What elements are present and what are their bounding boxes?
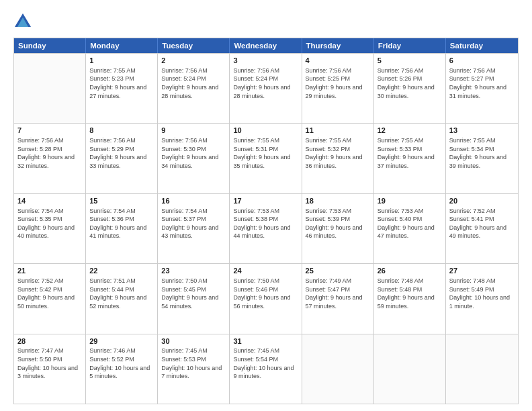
- calendar-cell: 27Sunrise: 7:48 AMSunset: 5:49 PMDayligh…: [446, 264, 518, 333]
- logo-icon: [13, 12, 32, 31]
- day-number: 13: [449, 126, 515, 136]
- cell-detail: Sunrise: 7:48 AMSunset: 5:49 PMDaylight:…: [449, 277, 515, 310]
- cell-detail: Sunrise: 7:53 AMSunset: 5:39 PMDaylight:…: [306, 207, 370, 240]
- header-day-saturday: Saturday: [446, 38, 518, 53]
- header: [13, 12, 519, 31]
- calendar-cell: 1Sunrise: 7:55 AMSunset: 5:23 PMDaylight…: [86, 54, 158, 123]
- calendar-cell: 24Sunrise: 7:50 AMSunset: 5:46 PMDayligh…: [230, 264, 302, 333]
- cell-detail: Sunrise: 7:56 AMSunset: 5:27 PMDaylight:…: [449, 66, 515, 100]
- calendar-cell: 15Sunrise: 7:54 AMSunset: 5:36 PMDayligh…: [86, 194, 158, 263]
- day-number: 30: [161, 336, 226, 347]
- day-number: 8: [89, 126, 154, 136]
- cell-detail: Sunrise: 7:52 AMSunset: 5:41 PMDaylight:…: [449, 207, 515, 240]
- day-number: 4: [306, 56, 370, 66]
- calendar-cell: 29Sunrise: 7:46 AMSunset: 5:52 PMDayligh…: [86, 334, 158, 404]
- calendar: SundayMondayTuesdayWednesdayThursdayFrid…: [13, 38, 519, 404]
- day-number: 27: [449, 266, 515, 276]
- day-number: 6: [449, 56, 515, 66]
- day-number: 11: [306, 126, 370, 136]
- day-number: 23: [161, 266, 226, 276]
- calendar-header-row: SundayMondayTuesdayWednesdayThursdayFrid…: [14, 38, 518, 53]
- calendar-cell: 31Sunrise: 7:45 AMSunset: 5:54 PMDayligh…: [230, 334, 302, 404]
- day-number: 26: [378, 266, 442, 276]
- cell-detail: Sunrise: 7:55 AMSunset: 5:32 PMDaylight:…: [306, 136, 370, 170]
- cell-detail: Sunrise: 7:48 AMSunset: 5:48 PMDaylight:…: [378, 277, 442, 310]
- calendar-cell: 7Sunrise: 7:56 AMSunset: 5:28 PMDaylight…: [14, 124, 86, 193]
- day-number: 29: [89, 336, 154, 347]
- cell-detail: Sunrise: 7:56 AMSunset: 5:24 PMDaylight:…: [161, 66, 226, 100]
- header-day-friday: Friday: [374, 38, 446, 53]
- calendar-cell: 19Sunrise: 7:53 AMSunset: 5:40 PMDayligh…: [374, 194, 446, 263]
- header-day-tuesday: Tuesday: [158, 38, 230, 53]
- cell-detail: Sunrise: 7:56 AMSunset: 5:30 PMDaylight:…: [161, 136, 226, 170]
- cell-detail: Sunrise: 7:55 AMSunset: 5:33 PMDaylight:…: [378, 136, 442, 170]
- calendar-cell: 11Sunrise: 7:55 AMSunset: 5:32 PMDayligh…: [302, 124, 374, 193]
- logo: [13, 12, 35, 31]
- header-day-monday: Monday: [86, 38, 158, 53]
- cell-detail: Sunrise: 7:56 AMSunset: 5:25 PMDaylight:…: [306, 66, 370, 100]
- calendar-week-1: 1Sunrise: 7:55 AMSunset: 5:23 PMDaylight…: [14, 53, 518, 123]
- calendar-cell: 18Sunrise: 7:53 AMSunset: 5:39 PMDayligh…: [302, 194, 374, 263]
- calendar-cell: 21Sunrise: 7:52 AMSunset: 5:42 PMDayligh…: [14, 264, 86, 333]
- calendar-cell: 9Sunrise: 7:56 AMSunset: 5:30 PMDaylight…: [158, 124, 230, 193]
- calendar-body: 1Sunrise: 7:55 AMSunset: 5:23 PMDaylight…: [14, 53, 518, 404]
- cell-detail: Sunrise: 7:53 AMSunset: 5:40 PMDaylight:…: [378, 207, 442, 240]
- day-number: 3: [233, 56, 298, 66]
- cell-detail: Sunrise: 7:54 AMSunset: 5:36 PMDaylight:…: [89, 207, 154, 240]
- cell-detail: Sunrise: 7:46 AMSunset: 5:52 PMDaylight:…: [89, 347, 154, 380]
- cell-detail: Sunrise: 7:49 AMSunset: 5:47 PMDaylight:…: [306, 277, 370, 310]
- calendar-week-4: 21Sunrise: 7:52 AMSunset: 5:42 PMDayligh…: [14, 263, 518, 333]
- day-number: 2: [161, 56, 226, 66]
- calendar-cell: 8Sunrise: 7:56 AMSunset: 5:29 PMDaylight…: [86, 124, 158, 193]
- calendar-week-3: 14Sunrise: 7:54 AMSunset: 5:35 PMDayligh…: [14, 193, 518, 263]
- cell-detail: Sunrise: 7:53 AMSunset: 5:38 PMDaylight:…: [233, 207, 298, 240]
- calendar-cell: 17Sunrise: 7:53 AMSunset: 5:38 PMDayligh…: [230, 194, 302, 263]
- calendar-week-5: 28Sunrise: 7:47 AMSunset: 5:50 PMDayligh…: [14, 334, 518, 404]
- day-number: 22: [89, 266, 154, 276]
- calendar-cell: 2Sunrise: 7:56 AMSunset: 5:24 PMDaylight…: [158, 54, 230, 123]
- calendar-cell: 14Sunrise: 7:54 AMSunset: 5:35 PMDayligh…: [14, 194, 86, 263]
- calendar-cell: 28Sunrise: 7:47 AMSunset: 5:50 PMDayligh…: [14, 334, 86, 404]
- calendar-cell: 3Sunrise: 7:56 AMSunset: 5:24 PMDaylight…: [230, 54, 302, 123]
- calendar-cell: 30Sunrise: 7:45 AMSunset: 5:53 PMDayligh…: [158, 334, 230, 404]
- day-number: 21: [17, 266, 82, 276]
- calendar-cell: [446, 334, 518, 404]
- calendar-cell: 25Sunrise: 7:49 AMSunset: 5:47 PMDayligh…: [302, 264, 374, 333]
- day-number: 16: [161, 196, 226, 206]
- cell-detail: Sunrise: 7:55 AMSunset: 5:23 PMDaylight:…: [89, 66, 154, 100]
- cell-detail: Sunrise: 7:52 AMSunset: 5:42 PMDaylight:…: [17, 277, 82, 310]
- day-number: 15: [89, 196, 154, 206]
- cell-detail: Sunrise: 7:56 AMSunset: 5:24 PMDaylight:…: [233, 66, 298, 100]
- day-number: 1: [89, 56, 154, 66]
- cell-detail: Sunrise: 7:55 AMSunset: 5:31 PMDaylight:…: [233, 136, 298, 170]
- calendar-cell: 10Sunrise: 7:55 AMSunset: 5:31 PMDayligh…: [230, 124, 302, 193]
- calendar-week-2: 7Sunrise: 7:56 AMSunset: 5:28 PMDaylight…: [14, 123, 518, 193]
- calendar-cell: [14, 54, 86, 123]
- day-number: 18: [306, 196, 370, 206]
- day-number: 28: [17, 336, 82, 347]
- day-number: 14: [17, 196, 82, 206]
- cell-detail: Sunrise: 7:45 AMSunset: 5:54 PMDaylight:…: [233, 347, 298, 380]
- page: SundayMondayTuesdayWednesdayThursdayFrid…: [0, 0, 532, 411]
- calendar-cell: 20Sunrise: 7:52 AMSunset: 5:41 PMDayligh…: [446, 194, 518, 263]
- day-number: 9: [161, 126, 226, 136]
- calendar-cell: 16Sunrise: 7:54 AMSunset: 5:37 PMDayligh…: [158, 194, 230, 263]
- calendar-cell: 13Sunrise: 7:55 AMSunset: 5:34 PMDayligh…: [446, 124, 518, 193]
- cell-detail: Sunrise: 7:50 AMSunset: 5:46 PMDaylight:…: [233, 277, 298, 310]
- cell-detail: Sunrise: 7:55 AMSunset: 5:34 PMDaylight:…: [449, 136, 515, 170]
- day-number: 20: [449, 196, 515, 206]
- calendar-cell: 6Sunrise: 7:56 AMSunset: 5:27 PMDaylight…: [446, 54, 518, 123]
- cell-detail: Sunrise: 7:50 AMSunset: 5:45 PMDaylight:…: [161, 277, 226, 310]
- cell-detail: Sunrise: 7:56 AMSunset: 5:29 PMDaylight:…: [89, 136, 154, 170]
- cell-detail: Sunrise: 7:56 AMSunset: 5:26 PMDaylight:…: [378, 66, 442, 100]
- calendar-cell: 4Sunrise: 7:56 AMSunset: 5:25 PMDaylight…: [302, 54, 374, 123]
- day-number: 19: [378, 196, 442, 206]
- header-day-wednesday: Wednesday: [230, 38, 302, 53]
- calendar-cell: 12Sunrise: 7:55 AMSunset: 5:33 PMDayligh…: [374, 124, 446, 193]
- day-number: 12: [378, 126, 442, 136]
- calendar-cell: 26Sunrise: 7:48 AMSunset: 5:48 PMDayligh…: [374, 264, 446, 333]
- cell-detail: Sunrise: 7:51 AMSunset: 5:44 PMDaylight:…: [89, 277, 154, 310]
- cell-detail: Sunrise: 7:56 AMSunset: 5:28 PMDaylight:…: [17, 136, 82, 170]
- cell-detail: Sunrise: 7:45 AMSunset: 5:53 PMDaylight:…: [161, 347, 226, 380]
- header-day-thursday: Thursday: [302, 38, 374, 53]
